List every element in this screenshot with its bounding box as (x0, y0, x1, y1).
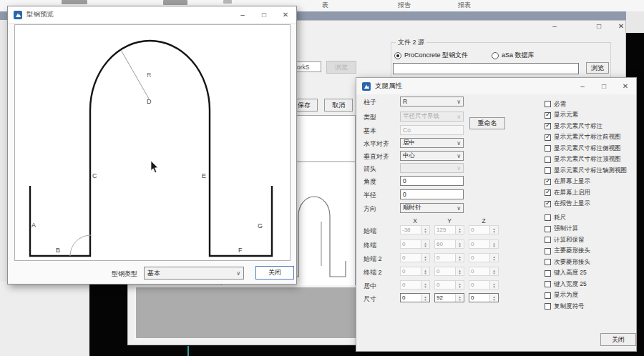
close-props-button[interactable]: 关闭 (600, 333, 636, 346)
start2-z-spinner: 0▴▾ (469, 253, 499, 262)
field-label-direction: 方向 (364, 204, 376, 214)
direction-select[interactable]: 顺时针∨ (400, 203, 464, 213)
field-label-angle: 角度 (364, 177, 376, 187)
checkbox-icon[interactable] (545, 179, 551, 185)
radio-icon[interactable] (394, 52, 401, 59)
end2-x-spinner: 0▴▾ (400, 267, 430, 276)
checkbox-row[interactable]: 显示为度 (545, 292, 627, 300)
checkbox-row[interactable]: 显示元素尺寸标注侧视图 (545, 145, 627, 152)
size-z-spinner[interactable]: 0▴▾ (469, 293, 499, 302)
checkbox-row[interactable]: 必需 (545, 101, 627, 108)
checkbox-icon[interactable] (545, 134, 551, 141)
chevron-down-icon: ∨ (457, 165, 461, 172)
checkbox-icon[interactable] (545, 167, 551, 174)
close-button[interactable]: ✕ (612, 22, 630, 30)
checkbox-row[interactable]: 在屏幕上启用 (545, 189, 627, 197)
checkbox-icon[interactable] (545, 248, 551, 254)
checkbox-icon[interactable] (545, 259, 551, 265)
checkbox-icon[interactable] (545, 123, 551, 129)
end-x-spinner: 0▴▾ (400, 239, 430, 249)
minimize-button[interactable]: – (572, 78, 593, 94)
checkbox-row[interactable]: 显示元素尺寸标注前视图 (545, 134, 627, 142)
checkbox-row[interactable]: 显示元素尺寸标注 (545, 123, 627, 130)
checkbox-icon[interactable] (545, 226, 551, 232)
spinner-arrows-icon: ▴▾ (489, 267, 498, 275)
profile-type-select[interactable]: 基本 ∨ (144, 267, 244, 280)
column-select[interactable]: R∨ (400, 97, 464, 107)
radio-asa-database[interactable]: aSa 数据库 (492, 51, 535, 60)
checkbox-icon[interactable] (545, 145, 551, 152)
checkbox-row[interactable]: 在屏幕上显示 (545, 179, 627, 186)
spinner-arrows-icon: ▴▾ (421, 267, 429, 275)
field-label-basic: 基本 (364, 127, 376, 136)
checkbox-row[interactable]: 耗尺 (545, 214, 627, 222)
file-source-group: 文件 2 源 ProConcrete 型钢文件 aSa 数据库 浏览 (391, 42, 611, 78)
spinner-arrows-icon[interactable]: ▴▾ (489, 294, 498, 302)
close-icon[interactable]: ✕ (615, 78, 636, 94)
checkbox-row[interactable]: 显示元素 (545, 112, 627, 119)
maximize-button[interactable]: □ (590, 22, 608, 30)
checkbox-row[interactable]: 复制度符号 (545, 303, 627, 310)
start-z-spinner: 0▴▾ (469, 225, 499, 234)
spinner-arrows-icon: ▴▾ (455, 267, 464, 275)
row-label-start: 始端 (364, 227, 376, 236)
checkbox-icon[interactable] (545, 157, 551, 163)
file-path-input[interactable] (393, 63, 579, 74)
menu-item-report[interactable]: 报告 (398, 1, 411, 10)
menu-item-reportform[interactable]: 报表 (458, 1, 471, 10)
toolbar-fragment (62, 0, 87, 4)
radio-icon[interactable] (492, 52, 499, 59)
chevron-down-icon: ∨ (457, 99, 461, 105)
minimize-button[interactable]: – (545, 22, 564, 30)
checkbox-icon[interactable] (545, 189, 551, 196)
angle-input[interactable]: 0 (400, 176, 464, 186)
size-y-spinner[interactable]: 92▴▾ (434, 293, 464, 302)
checkbox-row[interactable]: 主要菱形接头 (545, 248, 627, 255)
checkbox-row[interactable]: 强制计算 (545, 226, 627, 233)
toolbar-fragment (223, 0, 232, 4)
close-icon[interactable]: ✕ (275, 6, 296, 23)
checkbox-icon[interactable] (545, 281, 551, 287)
end2-z-spinner: 0▴▾ (469, 267, 499, 276)
profile-drawing: A B C D R E F G (15, 25, 291, 262)
close-preview-button[interactable]: 关闭 (255, 266, 294, 280)
horizontal-align-select[interactable]: 居中∨ (400, 138, 464, 148)
checkbox-row[interactable]: 键入宽度 25 (545, 281, 627, 288)
row-label-end: 终端 (364, 241, 376, 250)
spinner-arrows-icon[interactable]: ▴▾ (421, 294, 429, 302)
canvas-axis-line (187, 346, 189, 356)
field-label-type: 类型 (364, 113, 376, 122)
browse-button[interactable]: 浏览 (586, 62, 609, 74)
maximize-button[interactable]: □ (593, 78, 615, 94)
radius-input[interactable]: 0 (400, 189, 464, 199)
checkbox-row[interactable]: 在报告上显示 (545, 201, 627, 208)
radius-line (121, 50, 149, 99)
radio-proconcrete[interactable]: ProConcrete 型钢文件 (394, 51, 468, 60)
checkbox-row[interactable]: 显示元素尺寸标注轴测视图 (545, 167, 627, 174)
checkbox-row[interactable]: 次要菱形接头 (545, 259, 627, 266)
checkbox-icon[interactable] (545, 237, 551, 243)
size-x-spinner[interactable]: 0▴▾ (400, 293, 430, 302)
checkbox-row[interactable]: 键入高度 25 (545, 270, 627, 277)
checkbox-icon[interactable] (545, 112, 551, 119)
rename-button[interactable]: 重命名 (469, 117, 505, 129)
options-checkbox-column: 必需 显示元素 显示元素尺寸标注 显示元素尺寸标注前视图 显示元素尺寸标注侧视图… (545, 101, 627, 310)
menu-item-table[interactable]: 表 (322, 1, 328, 10)
checkbox-icon[interactable] (545, 270, 551, 277)
vertical-align-select[interactable]: 中心∨ (400, 151, 464, 161)
checkbox-icon[interactable] (545, 214, 551, 221)
checkbox-row[interactable]: 显示元素尺寸标注顶视图 (545, 157, 627, 164)
cancel-button[interactable]: 取消 (324, 99, 353, 112)
spinner-arrows-icon[interactable]: ▴▾ (455, 294, 464, 302)
checkbox-icon[interactable] (545, 292, 551, 299)
checkbox-row[interactable]: 计算和保留 (545, 237, 627, 244)
maximize-button[interactable]: □ (253, 6, 275, 23)
checkbox-icon[interactable] (545, 303, 551, 310)
minimize-button[interactable]: – (232, 6, 253, 23)
spinner-arrows-icon: ▴▾ (455, 226, 464, 234)
center-z-spinner: 0▴▾ (469, 280, 499, 290)
spinner-arrows-icon: ▴▾ (455, 240, 464, 248)
start-y-spinner: 125▴▾ (434, 225, 464, 234)
checkbox-icon[interactable] (545, 201, 551, 207)
checkbox-icon[interactable] (545, 101, 551, 107)
